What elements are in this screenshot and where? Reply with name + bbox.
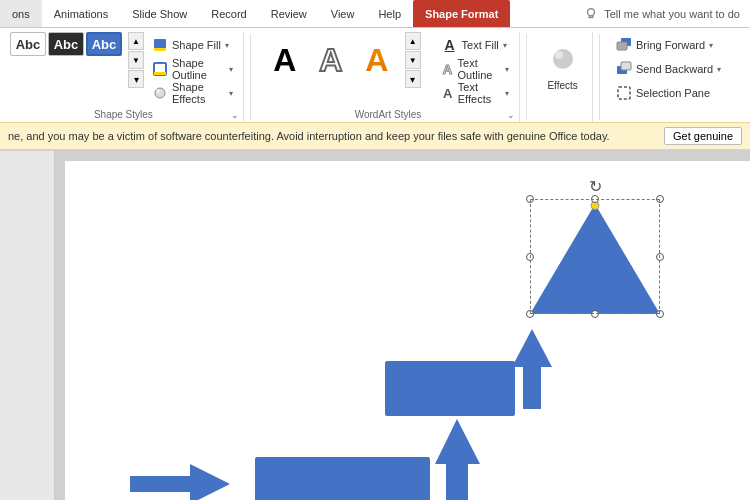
ribbon: ons Animations Slide Show Record Review … <box>0 0 750 151</box>
slide-panel <box>0 151 55 500</box>
preset-scroll-down[interactable]: ▼ <box>128 51 144 69</box>
wordart-styles-group: A A A ▲ ▼ ▾ A Text Fill <box>257 32 520 122</box>
outline-dropdown-arrow: ▾ <box>229 65 233 74</box>
text-effects-label: Text Effects <box>458 81 501 105</box>
svg-rect-4 <box>154 72 166 75</box>
tab-help[interactable]: Help <box>366 0 413 27</box>
preset-row-1: Abc Abc Abc <box>10 32 122 56</box>
tab-shapeformat[interactable]: Shape Format <box>413 0 510 27</box>
selection-pane-icon <box>616 85 632 101</box>
shape-fill-btn[interactable]: Shape Fill ▾ <box>148 34 237 56</box>
shape-rect-2[interactable] <box>255 457 430 500</box>
outline-icon <box>152 61 168 77</box>
sb-dropdown-arrow: ▾ <box>717 65 721 74</box>
svg-rect-10 <box>617 42 627 50</box>
tab-ons[interactable]: ons <box>0 0 42 27</box>
svg-point-7 <box>553 49 573 69</box>
effects-standalone-btn[interactable]: Effects <box>538 41 588 95</box>
to-a-letter: A <box>443 62 452 77</box>
send-backward-btn[interactable]: Send Backward ▾ <box>612 58 740 80</box>
svg-point-5 <box>155 88 165 98</box>
lightbulb-icon <box>584 7 598 21</box>
wa-scroll-down[interactable]: ▼ <box>405 51 421 69</box>
svg-rect-12 <box>621 62 631 70</box>
text-fill-label: Text Fill <box>462 39 499 51</box>
tf-dropdown-arrow: ▾ <box>503 41 507 50</box>
tab-record[interactable]: Record <box>199 0 258 27</box>
tab-review[interactable]: Review <box>259 0 319 27</box>
svg-rect-2 <box>154 48 166 51</box>
selection-border <box>530 199 660 314</box>
svg-marker-15 <box>435 419 480 500</box>
wa-plain[interactable]: A <box>263 32 307 88</box>
fill-dropdown-arrow: ▾ <box>225 41 229 50</box>
selection-pane-label: Selection Pane <box>636 87 710 99</box>
effects-icon <box>152 85 168 101</box>
slide-area: ↻ <box>0 151 750 500</box>
search-area: Tell me what you want to do <box>574 0 750 27</box>
shape-outline-label: Shape Outline <box>172 57 225 81</box>
preset-scroll-up[interactable]: ▲ <box>128 32 144 50</box>
svg-marker-14 <box>130 464 230 500</box>
preset-black[interactable]: Abc <box>48 32 84 56</box>
warning-bar: ne, and you may be a victim of software … <box>0 122 750 150</box>
shape-effects-standalone-group: Effects <box>533 32 593 122</box>
shape-effects-label: Shape Effects <box>172 81 225 105</box>
preset-scroll-more[interactable]: ▾ <box>128 70 144 88</box>
shape-styles-inner: Abc Abc Abc ▲ ▼ ▾ <box>10 32 237 104</box>
text-outline-label: Text Outline <box>458 57 502 81</box>
shape-outline-btn[interactable]: Shape Outline ▾ <box>148 58 237 80</box>
wordart-inner: A A A ▲ ▼ ▾ A Text Fill <box>263 32 513 104</box>
tab-view[interactable]: View <box>319 0 367 27</box>
selected-shape-container[interactable]: ↻ <box>530 199 660 314</box>
rotate-handle[interactable]: ↻ <box>589 177 602 196</box>
shape-styles-expand[interactable]: ⌄ <box>231 110 239 120</box>
svg-point-8 <box>555 51 563 59</box>
wa-scroll-up[interactable]: ▲ <box>405 32 421 50</box>
shape-effects-btn[interactable]: Shape Effects ▾ <box>148 82 237 104</box>
warning-text: ne, and you may be a victim of software … <box>8 130 610 142</box>
preset-white[interactable]: Abc <box>10 32 46 56</box>
sep4 <box>599 34 600 120</box>
tab-animations[interactable]: Animations <box>42 0 120 27</box>
sep3 <box>526 34 527 120</box>
text-outline-btn[interactable]: A Text Outline ▾ <box>438 58 514 80</box>
shape-styles-group: Abc Abc Abc ▲ ▼ ▾ <box>4 32 244 122</box>
wa-scroll-more[interactable]: ▾ <box>405 70 421 88</box>
tab-bar: ons Animations Slide Show Record Review … <box>0 0 750 28</box>
preset-scroll: ▲ ▼ ▾ <box>128 32 144 88</box>
slide-canvas: ↻ <box>65 161 750 500</box>
bf-dropdown-arrow: ▾ <box>709 41 713 50</box>
effects-standalone-icon <box>549 45 577 78</box>
send-backward-label: Send Backward <box>636 63 713 75</box>
wordart-presets: A A A <box>263 32 399 88</box>
selection-pane-btn[interactable]: Selection Pane <box>612 82 740 104</box>
search-label: Tell me what you want to do <box>604 8 740 20</box>
get-genuine-btn[interactable]: Get genuine <box>664 127 742 145</box>
svg-marker-16 <box>512 329 552 409</box>
text-effects-icon: A <box>442 85 454 101</box>
tf-a-letter: A <box>444 37 454 53</box>
wa-gradient[interactable]: A <box>355 32 399 88</box>
shape-styles-group-label: Shape Styles <box>4 109 243 120</box>
wordart-options: A Text Fill ▾ A Text Outline ▾ <box>438 32 514 104</box>
tab-slideshow[interactable]: Slide Show <box>120 0 199 27</box>
arrange-inner: Bring Forward ▾ Send Backward ▾ Selectio… <box>612 32 740 104</box>
shape-rect-1[interactable] <box>385 361 515 416</box>
bring-forward-btn[interactable]: Bring Forward ▾ <box>612 34 740 56</box>
te-dropdown-arrow: ▾ <box>505 89 509 98</box>
text-fill-icon: A <box>442 37 458 53</box>
svg-point-0 <box>588 8 595 15</box>
wordart-styles-group-label: WordArt Styles <box>257 109 519 120</box>
shape-arrow-up-2[interactable] <box>512 329 552 411</box>
text-fill-btn[interactable]: A Text Fill ▾ <box>438 34 514 56</box>
send-backward-icon <box>616 61 632 77</box>
preset-blue[interactable]: Abc <box>86 32 122 56</box>
wa-outlined[interactable]: A <box>309 32 353 88</box>
shape-arrow-up-1[interactable] <box>435 419 480 500</box>
shape-arrow-right[interactable] <box>130 464 230 500</box>
text-effects-btn[interactable]: A Text Effects ▾ <box>438 82 514 104</box>
wordart-expand[interactable]: ⌄ <box>507 110 515 120</box>
slide-canvas-wrap: ↻ <box>55 151 750 500</box>
effects-dropdown-arrow: ▾ <box>229 89 233 98</box>
